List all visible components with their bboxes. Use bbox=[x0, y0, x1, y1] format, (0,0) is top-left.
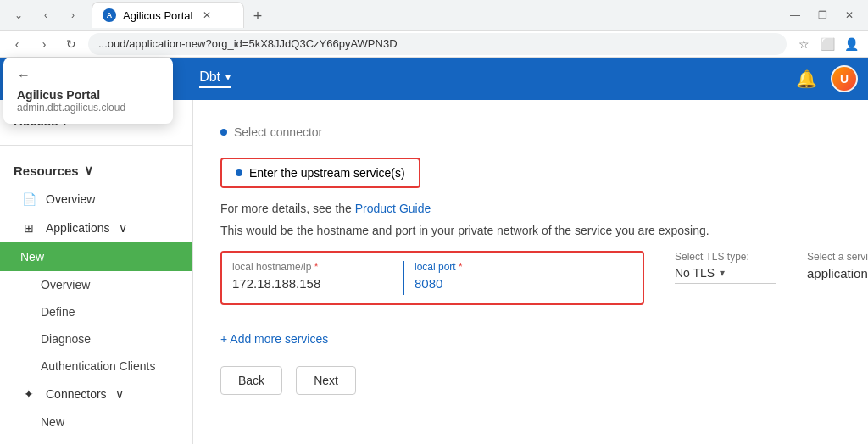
resources-arrow-icon: ∨ bbox=[84, 163, 93, 178]
sidebar-item-applications-label: Applications bbox=[46, 221, 110, 235]
applications-icon: ⊞ bbox=[20, 221, 37, 235]
minimize-btn[interactable]: — bbox=[783, 3, 807, 27]
forward-btn[interactable]: › bbox=[61, 3, 85, 27]
tab-title: Agilicus Portal bbox=[123, 9, 192, 22]
close-window-btn[interactable]: ✕ bbox=[837, 3, 861, 27]
tooltip-popup: ← Agilicus Portal admin.dbt.agilicus.clo… bbox=[3, 58, 173, 124]
product-guide-text: For more details, see the Product Guide bbox=[220, 202, 841, 215]
add-services-label: + Add more services bbox=[220, 332, 328, 346]
sidebar-item-overview[interactable]: 📄 Overview bbox=[0, 185, 192, 214]
new2-label: New bbox=[41, 415, 64, 429]
address-actions: ☆ ⬜ 👤 bbox=[793, 34, 861, 54]
tls-label: Select TLS type: bbox=[675, 251, 776, 263]
resources-section: Resources ∨ 📄 Overview ⊞ Applications ∨ … bbox=[0, 149, 192, 444]
extension-btn[interactable]: ⬜ bbox=[817, 34, 837, 54]
overview2-label: Overview bbox=[41, 278, 90, 291]
profile-btn[interactable]: 👤 bbox=[841, 34, 861, 54]
browser-controls: ⌄ ‹ › bbox=[7, 3, 85, 27]
sidebar-item-overview2[interactable]: Overview bbox=[0, 271, 192, 298]
notification-bell-btn[interactable]: 🔔 bbox=[796, 69, 817, 89]
sidebar-item-overview-label: Overview bbox=[46, 192, 95, 206]
add-services-link[interactable]: + Add more services bbox=[220, 332, 328, 346]
org-name: Dbt bbox=[199, 69, 220, 85]
sidebar-item-new[interactable]: New bbox=[0, 242, 192, 271]
tls-select[interactable]: No TLS ▾ bbox=[675, 266, 776, 284]
form-divider bbox=[403, 261, 404, 295]
tooltip-back-arrow: ← bbox=[17, 68, 159, 83]
service-form: local hostname/ip local port bbox=[220, 251, 644, 305]
tls-arrow-icon: ▾ bbox=[720, 267, 725, 279]
nav-forward-btn[interactable]: › bbox=[34, 34, 54, 54]
sidebar-item-connectors[interactable]: ✦ Connectors ∨ bbox=[0, 380, 192, 408]
back-btn[interactable]: ‹ bbox=[34, 3, 58, 27]
sidebar-item-new2[interactable]: New bbox=[0, 408, 192, 436]
sidebar-item-auth-clients[interactable]: Authentication Clients bbox=[0, 352, 192, 380]
nav-back-btn[interactable]: ‹ bbox=[7, 34, 27, 54]
auth-clients-label: Authentication Clients bbox=[41, 359, 155, 373]
window-controls: — ❐ ✕ bbox=[783, 3, 861, 27]
browser-chrome: ⌄ ‹ › A Agilicus Portal ✕ + — ❐ ✕ bbox=[0, 0, 868, 31]
avatar[interactable]: U bbox=[831, 65, 858, 92]
port-input[interactable] bbox=[415, 276, 576, 291]
connectors-icon: ✦ bbox=[20, 387, 37, 401]
define-label: Define bbox=[41, 305, 75, 319]
description-text: This would be the hostname and port in y… bbox=[220, 224, 841, 237]
tab-dropdown-btn[interactable]: ⌄ bbox=[7, 3, 31, 27]
diagnose-label: Diagnose bbox=[41, 332, 91, 346]
overview-icon: 📄 bbox=[20, 192, 37, 206]
step-2-label: Enter the upstream service(s) bbox=[249, 166, 405, 180]
address-bar: ‹ › ↻ ...oud/application-new?org_id=5kX8… bbox=[0, 31, 868, 58]
product-guide-link[interactable]: Product Guide bbox=[355, 202, 431, 215]
org-arrow-icon: ▾ bbox=[225, 71, 231, 83]
resources-label: Resources bbox=[14, 164, 79, 178]
product-guide-prefix: For more details, see the bbox=[220, 202, 355, 215]
layout: Access › Resources ∨ 📄 Overview ⊞ Applic… bbox=[0, 100, 868, 444]
sidebar-item-applications[interactable]: ⊞ Applications ∨ bbox=[0, 214, 192, 242]
maximize-btn[interactable]: ❐ bbox=[810, 3, 834, 27]
sidebar-divider-1 bbox=[0, 145, 192, 146]
service-type-input[interactable] bbox=[807, 266, 868, 280]
sidebar-item-diagnose[interactable]: Diagnose bbox=[0, 325, 192, 352]
tooltip-site-name: Agilicus Portal bbox=[17, 88, 159, 102]
tab-favicon: A bbox=[103, 8, 116, 22]
hostname-input[interactable] bbox=[232, 276, 393, 291]
back-button[interactable]: Back bbox=[220, 366, 282, 395]
footer-buttons: Back Next bbox=[220, 366, 841, 395]
hostname-field: local hostname/ip bbox=[232, 261, 393, 291]
new-tab-btn[interactable]: + bbox=[246, 4, 270, 28]
step-1-label: Select connector bbox=[234, 125, 322, 139]
step-list: Select connector bbox=[220, 120, 841, 144]
next-button[interactable]: Next bbox=[296, 366, 356, 395]
tooltip-site-url: admin.dbt.agilicus.cloud bbox=[17, 102, 159, 114]
sidebar: Access › Resources ∨ 📄 Overview ⊞ Applic… bbox=[0, 100, 193, 444]
connectors-label: Connectors bbox=[46, 387, 107, 401]
step-1-dot bbox=[220, 129, 227, 136]
bookmark-btn[interactable]: ☆ bbox=[793, 34, 814, 54]
tab-close-btn[interactable]: ✕ bbox=[199, 8, 214, 23]
step-2-box: Enter the upstream service(s) bbox=[220, 158, 420, 188]
tab-bar: A Agilicus Portal ✕ + bbox=[92, 2, 776, 28]
url-box[interactable]: ...oud/application-new?org_id=5kX8JJdQ3C… bbox=[88, 33, 787, 55]
step-2-dot bbox=[236, 169, 242, 176]
applications-arrow-icon: ∨ bbox=[119, 221, 127, 235]
hostname-label: local hostname/ip bbox=[232, 261, 393, 273]
sidebar-item-new-label: New bbox=[20, 250, 44, 264]
main-content: Select connector Enter the upstream serv… bbox=[193, 100, 868, 444]
url-text: ...oud/application-new?org_id=5kX8JJdQ3C… bbox=[98, 37, 398, 50]
tls-value: No TLS bbox=[675, 266, 715, 280]
sidebar-item-define[interactable]: Define bbox=[0, 298, 192, 325]
avatar-image: U bbox=[832, 67, 856, 91]
step-1-item: Select connector bbox=[220, 120, 841, 144]
port-field: local port bbox=[415, 261, 576, 291]
port-label: local port bbox=[415, 261, 576, 273]
reload-btn[interactable]: ↻ bbox=[61, 34, 81, 54]
service-type-label: Select a service bbox=[807, 251, 868, 263]
service-type-field: Select a service bbox=[807, 251, 868, 280]
active-tab[interactable]: A Agilicus Portal ✕ bbox=[92, 2, 244, 28]
resources-header[interactable]: Resources ∨ bbox=[0, 156, 192, 185]
tls-field: Select TLS type: No TLS ▾ bbox=[675, 251, 776, 284]
org-selector[interactable]: Dbt ▾ bbox=[199, 69, 231, 88]
sidebar-item-overview3[interactable]: Overview bbox=[0, 436, 192, 444]
connectors-arrow-icon: ∨ bbox=[115, 387, 124, 401]
